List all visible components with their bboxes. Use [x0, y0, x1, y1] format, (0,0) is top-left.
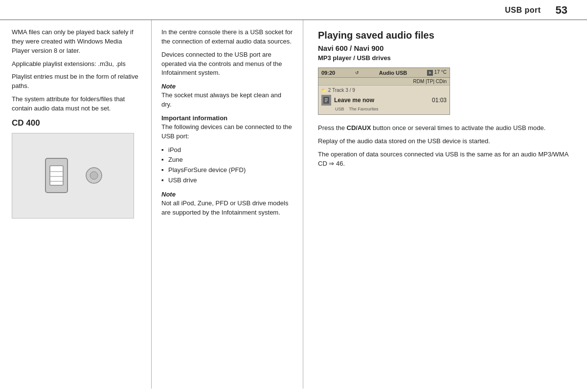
navi-track-line: 📁 2 Track 3 / 9: [321, 87, 447, 93]
list-item: PlaysForSure device (PFD): [161, 165, 293, 175]
col-left: WMA files can only be played back safely…: [0, 20, 152, 389]
main-content: WMA files can only be played back safely…: [0, 20, 587, 389]
note2-text: Not all iPod, Zune, PFD or USB drive mod…: [161, 199, 293, 218]
navi-title: Audio USB: [379, 70, 407, 76]
right-para1-pre: Press the: [318, 124, 347, 131]
header-page: 53: [556, 4, 567, 17]
circle-button-icon: [85, 166, 103, 185]
svg-point-6: [90, 172, 98, 179]
cd-heading: CD 400: [12, 118, 139, 128]
note2-label: Note: [161, 191, 293, 198]
navi-temp: b 17 °C: [427, 69, 447, 76]
usb-connector-icon: [43, 156, 70, 195]
mid-para2: Devices connected to the USB port are op…: [161, 50, 293, 78]
note-label: Note: [161, 83, 293, 90]
navi-screen-header: 09:20 ↺ Audio USB b 17 °C: [318, 68, 450, 78]
music-note-icon: [322, 96, 330, 105]
main-heading: Playing saved audio files: [318, 30, 572, 41]
left-para4: The system attribute for folders/files t…: [12, 95, 139, 113]
navi-sub-right: RDM |TP| CDin: [413, 79, 447, 84]
list-item: USB drive: [161, 175, 293, 186]
list-item: iPod: [161, 145, 293, 155]
navi-screen: 09:20 ↺ Audio USB b 17 °C RDM |TP| CDin …: [318, 67, 450, 115]
navi-song-row: Leave me now 01:03: [321, 95, 447, 106]
svg-rect-1: [50, 166, 63, 185]
navi-screen-body: 📁 2 Track 3 / 9 Leave me now 01:03: [318, 86, 450, 114]
page-header: USB port 53: [0, 0, 587, 20]
usb-illustration: [43, 156, 103, 195]
navi-screen-sub: RDM |TP| CDin: [318, 78, 450, 86]
header-title: USB port: [505, 6, 541, 15]
right-para3: The operation of data sources connected …: [318, 150, 572, 169]
navi-song-time: 01:03: [432, 97, 447, 104]
sub-heading2: MP3 player / USB drives: [318, 54, 572, 62]
right-para2: Replay of the audio data stored on the U…: [318, 137, 572, 146]
navi-screen-footer: USB The Favourites: [321, 107, 447, 111]
left-para2: Applicable playlist extensions: .m3u, .p…: [12, 60, 139, 69]
navi-song-name: Leave me now: [334, 97, 429, 104]
sub-heading: Navi 600 / Navi 900: [318, 44, 572, 52]
col-right: Playing saved audio files Navi 600 / Nav…: [303, 20, 587, 389]
right-para1-post: button once or several times to activate…: [371, 124, 545, 131]
important-label: Important information: [161, 114, 293, 122]
mid-para1: In the centre console there is a USB soc…: [161, 28, 293, 46]
navi-song-icon: [321, 95, 331, 106]
left-para1: WMA files can only be played back safely…: [12, 28, 139, 56]
important-intro: The following devices can be connected t…: [161, 123, 293, 141]
left-para3: Playlist entries must be in the form of …: [12, 72, 139, 91]
right-para1: Press the CD/AUX button once or several …: [318, 124, 572, 133]
note-text: The socket must always be kept clean and…: [161, 91, 293, 109]
device-list: iPod Zune PlaysForSure device (PFD) USB …: [161, 145, 293, 186]
navi-time: 09:20: [321, 70, 335, 76]
col-mid: In the centre console there is a USB soc…: [152, 20, 303, 389]
right-para1-bold: CD/AUX: [347, 124, 371, 131]
list-item: Zune: [161, 155, 293, 165]
cd400-image: [12, 133, 134, 218]
